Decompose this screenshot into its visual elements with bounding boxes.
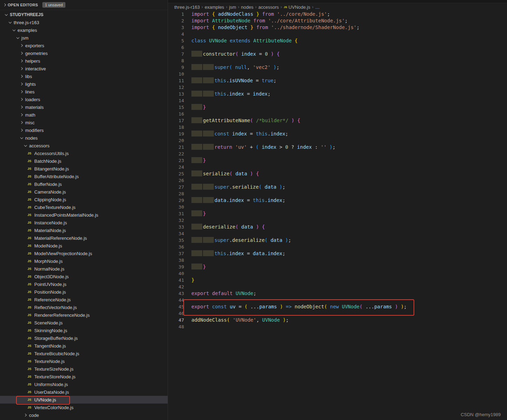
code-line-36[interactable]: 36 bbox=[168, 244, 507, 250]
folder-item-code[interactable]: code bbox=[0, 411, 168, 419]
code-line-27[interactable]: 27super.serialize( data ); bbox=[168, 184, 507, 190]
chevron-right-icon[interactable] bbox=[19, 58, 24, 64]
file-item-BatchNode.js[interactable]: JSBatchNode.js bbox=[0, 157, 168, 165]
code-line-19[interactable]: 19const index = this.index; bbox=[168, 131, 507, 137]
breadcrumb-item-nodes[interactable]: nodes bbox=[241, 5, 253, 10]
folder-item-accessors[interactable]: accessors bbox=[0, 142, 168, 149]
file-item-AccessorsUtils.js[interactable]: JSAccessorsUtils.js bbox=[0, 149, 168, 157]
chevron-down-icon[interactable] bbox=[23, 143, 28, 148]
file-item-SceneNode.js[interactable]: JSSceneNode.js bbox=[0, 319, 168, 327]
breadcrumb-item-[interactable]: … bbox=[315, 5, 320, 10]
folder-item-three.js-r163[interactable]: three.js-r163 bbox=[0, 19, 168, 26]
open-editors-header[interactable]: OPEN EDITORS 1 unsaved bbox=[0, 0, 168, 10]
code-line-34[interactable]: 34 bbox=[168, 230, 507, 237]
code-line-21[interactable]: 21return 'uv' + ( index > 0 ? index : ''… bbox=[168, 144, 507, 150]
file-item-BufferAttributeNode.js[interactable]: JSBufferAttributeNode.js bbox=[0, 173, 168, 180]
code-line-46[interactable]: 46 bbox=[168, 310, 507, 317]
code-line-31[interactable]: 31} bbox=[168, 210, 507, 217]
code-line-24[interactable]: 24 bbox=[168, 164, 507, 170]
chevron-right-icon[interactable] bbox=[2, 2, 8, 8]
code-line-20[interactable]: 20 bbox=[168, 137, 507, 144]
code-line-37[interactable]: 37this.index = data.index; bbox=[168, 250, 507, 257]
folder-item-jsm[interactable]: jsm bbox=[0, 34, 168, 42]
folder-item-misc[interactable]: misc bbox=[0, 119, 168, 126]
code-line-44[interactable]: 44 bbox=[168, 297, 507, 303]
chevron-right-icon[interactable] bbox=[19, 43, 24, 48]
file-item-ModelViewProjectionNode.js[interactable]: JSModelViewProjectionNode.js bbox=[0, 250, 168, 257]
code-line-42[interactable]: 42 bbox=[168, 284, 507, 290]
file-item-MorphNode.js[interactable]: JSMorphNode.js bbox=[0, 257, 168, 265]
file-item-TangentNode.js[interactable]: JSTangentNode.js bbox=[0, 342, 168, 350]
chevron-right-icon[interactable] bbox=[23, 412, 28, 418]
code-line-1[interactable]: 1import { addNodeClass } from '../core/N… bbox=[168, 11, 507, 18]
code-line-8[interactable]: 8 bbox=[168, 57, 507, 64]
file-item-CameraNode.js[interactable]: JSCameraNode.js bbox=[0, 188, 168, 196]
code-line-29[interactable]: 29data.index = this.index; bbox=[168, 197, 507, 204]
folder-item-loaders[interactable]: loaders bbox=[0, 96, 168, 103]
file-item-InstanceNode.js[interactable]: JSInstanceNode.js bbox=[0, 219, 168, 226]
folder-item-helpers[interactable]: helpers bbox=[0, 57, 168, 65]
folder-item-examples[interactable]: examples bbox=[0, 26, 168, 34]
code-line-38[interactable]: 38 bbox=[168, 257, 507, 264]
file-item-TextureBicubicNode.js[interactable]: JSTextureBicubicNode.js bbox=[0, 350, 168, 357]
code-line-6[interactable]: 6 bbox=[168, 44, 507, 51]
code-line-14[interactable]: 14 bbox=[168, 97, 507, 104]
code-line-35[interactable]: 35super.deserialize( data ); bbox=[168, 237, 507, 244]
file-item-StorageBufferNode.js[interactable]: JSStorageBufferNode.js bbox=[0, 334, 168, 342]
file-item-RendererReferenceNode.js[interactable]: JSRendererReferenceNode.js bbox=[0, 311, 168, 319]
file-item-InstancedPointsMaterialNode.js[interactable]: JSInstancedPointsMaterialNode.js bbox=[0, 211, 168, 219]
code-line-4[interactable]: 4 bbox=[168, 31, 507, 37]
code-line-7[interactable]: 7constructor( index = 0 ) { bbox=[168, 51, 507, 57]
breadcrumb-item-jsm[interactable]: jsm bbox=[229, 5, 236, 10]
chevron-down-icon[interactable] bbox=[7, 20, 13, 25]
code-line-43[interactable]: 43export default UVNode; bbox=[168, 290, 507, 297]
code-line-15[interactable]: 15} bbox=[168, 104, 507, 111]
file-item-ClippingNode.js[interactable]: JSClippingNode.js bbox=[0, 196, 168, 203]
code-line-30[interactable]: 30 bbox=[168, 204, 507, 210]
folder-item-geometries[interactable]: geometries bbox=[0, 49, 168, 57]
chevron-down-icon[interactable] bbox=[11, 27, 17, 33]
code-area[interactable]: 1import { addNodeClass } from '../core/N… bbox=[168, 11, 507, 330]
folder-item-math[interactable]: math bbox=[0, 111, 168, 119]
code-line-45[interactable]: 45export const uv = ( ...params ) => nod… bbox=[168, 303, 507, 310]
file-item-UniformsNode.js[interactable]: JSUniformsNode.js bbox=[0, 380, 168, 388]
file-item-UVNode.js[interactable]: JSUVNode.js bbox=[0, 396, 168, 404]
breadcrumb-item-accessors[interactable]: accessors bbox=[258, 5, 279, 10]
code-line-22[interactable]: 22 bbox=[168, 150, 507, 157]
code-line-11[interactable]: 11this.isUVNode = true; bbox=[168, 77, 507, 84]
code-line-39[interactable]: 39} bbox=[168, 264, 507, 270]
file-item-TextureNode.js[interactable]: JSTextureNode.js bbox=[0, 357, 168, 365]
code-line-47[interactable]: 47addNodeClass( 'UVNode', UVNode ); bbox=[168, 317, 507, 323]
chevron-right-icon[interactable] bbox=[19, 120, 24, 125]
code-line-18[interactable]: 18 bbox=[168, 124, 507, 131]
chevron-right-icon[interactable] bbox=[19, 97, 24, 102]
chevron-right-icon[interactable] bbox=[19, 112, 24, 118]
code-line-10[interactable]: 10 bbox=[168, 71, 507, 77]
folder-item-interactive[interactable]: interactive bbox=[0, 65, 168, 72]
code-line-9[interactable]: 9super( null, 'vec2' ); bbox=[168, 64, 507, 71]
folder-item-lights[interactable]: lights bbox=[0, 80, 168, 88]
code-line-16[interactable]: 16 bbox=[168, 111, 507, 117]
file-item-MaterialReferenceNode.js[interactable]: JSMaterialReferenceNode.js bbox=[0, 234, 168, 242]
code-line-23[interactable]: 23} bbox=[168, 157, 507, 164]
chevron-right-icon[interactable] bbox=[19, 104, 24, 110]
code-line-17[interactable]: 17getAttributeName( /*builder*/ ) { bbox=[168, 117, 507, 124]
file-item-ModelNode.js[interactable]: JSModelNode.js bbox=[0, 242, 168, 250]
code-line-40[interactable]: 40 bbox=[168, 270, 507, 277]
code-line-3[interactable]: 3import { nodeObject } from '../shaderno… bbox=[168, 24, 507, 31]
breadcrumb-item-examples[interactable]: examples bbox=[205, 5, 224, 10]
code-line-5[interactable]: 5class UVNode extends AttributeNode { bbox=[168, 37, 507, 44]
file-item-BitangentNode.js[interactable]: JSBitangentNode.js bbox=[0, 165, 168, 173]
file-item-ReflectVectorNode.js[interactable]: JSReflectVectorNode.js bbox=[0, 303, 168, 311]
code-line-28[interactable]: 28 bbox=[168, 190, 507, 197]
folder-item-exporters[interactable]: exporters bbox=[0, 42, 168, 49]
folder-item-lines[interactable]: lines bbox=[0, 88, 168, 96]
file-item-PositionNode.js[interactable]: JSPositionNode.js bbox=[0, 288, 168, 296]
chevron-right-icon[interactable] bbox=[19, 66, 24, 71]
chevron-right-icon[interactable] bbox=[19, 89, 24, 94]
breadcrumb-item-three.js-r163[interactable]: three.js-r163 bbox=[174, 5, 200, 10]
file-item-NormalNode.js[interactable]: JSNormalNode.js bbox=[0, 265, 168, 273]
code-line-12[interactable]: 12 bbox=[168, 84, 507, 91]
file-item-CubeTextureNode.js[interactable]: JSCubeTextureNode.js bbox=[0, 203, 168, 211]
chevron-right-icon[interactable] bbox=[19, 127, 24, 133]
